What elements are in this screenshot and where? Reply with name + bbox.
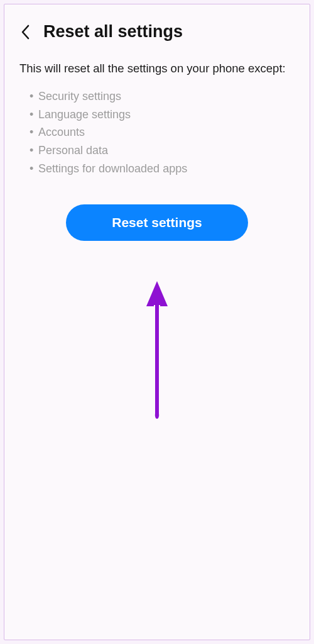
button-container: Reset settings — [19, 204, 295, 241]
svg-rect-1 — [155, 305, 159, 415]
list-item: Personal data — [30, 142, 295, 160]
annotation-arrow-icon — [141, 281, 173, 422]
description-text: This will reset all the settings on your… — [19, 60, 295, 77]
svg-marker-0 — [146, 281, 168, 306]
page-title: Reset all settings — [43, 22, 183, 42]
list-item: Security settings — [30, 87, 295, 106]
header: Reset all settings — [19, 22, 295, 42]
svg-point-2 — [155, 411, 159, 419]
exception-list: Security settings Language settings Acco… — [19, 87, 295, 178]
back-icon[interactable] — [19, 24, 32, 40]
list-item: Settings for downloaded apps — [30, 160, 295, 178]
settings-screen: Reset all settings This will reset all t… — [4, 4, 310, 640]
reset-settings-button[interactable]: Reset settings — [66, 204, 248, 241]
list-item: Accounts — [30, 123, 295, 142]
list-item: Language settings — [30, 106, 295, 124]
